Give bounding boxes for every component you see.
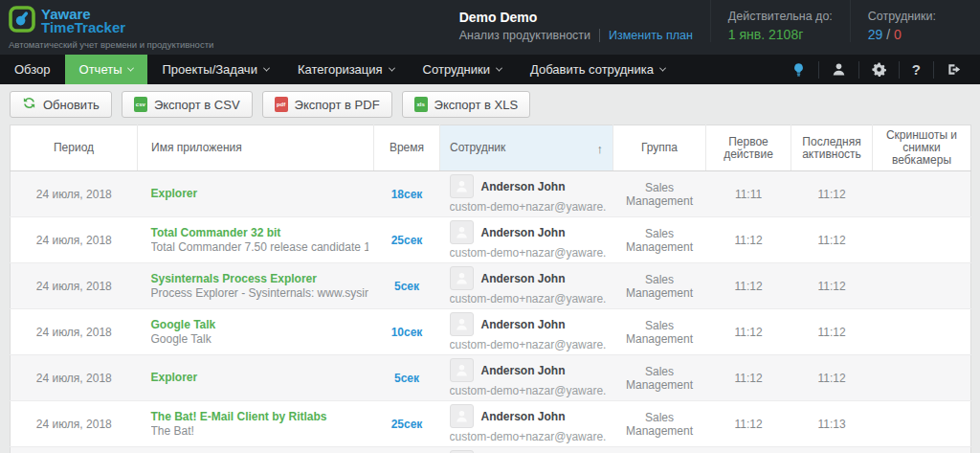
app-detail: Total Commander 7.50 release candidate 1… xyxy=(151,240,368,254)
brand-tagline: Автоматический учет времени и продуктивн… xyxy=(9,39,213,50)
sort-asc-icon: ↑ xyxy=(597,142,604,154)
employee-cell: Anderson John custom-demo+nazar@yaware.c… xyxy=(440,217,613,263)
col-header-employee-label: Сотрудник xyxy=(450,141,505,154)
last-activity-cell: 11:13 xyxy=(791,401,873,447)
nav-item-add-employee[interactable]: Добавить сотрудника xyxy=(516,55,679,84)
header-info: Demo Demo Анализ продуктивности Изменить… xyxy=(442,0,980,42)
employees-count-separator: / xyxy=(882,27,894,42)
nav-label: Сотрудники xyxy=(423,62,490,77)
nav-item-overview[interactable]: Обзор xyxy=(0,55,65,84)
first-action-cell: 11:11 xyxy=(706,171,791,217)
account-block: Demo Demo Анализ продуктивности Изменить… xyxy=(442,0,710,42)
first-action-cell: 11:12 xyxy=(706,263,791,309)
group-cell: Sales Management xyxy=(613,309,706,355)
table-row[interactable]: 24 июля, 2018 Google Talk Google Talk 10… xyxy=(11,309,971,355)
screenshots-cell xyxy=(873,263,971,309)
avatar xyxy=(450,404,474,428)
nav-icon-group: ? xyxy=(779,55,980,84)
export-pdf-label: Экспорт в PDF xyxy=(295,98,380,112)
col-header-first-action[interactable]: Первое действие xyxy=(706,125,791,171)
last-activity-cell: 11:13 xyxy=(791,447,873,453)
csv-file-icon: csv xyxy=(134,97,147,112)
screenshots-cell xyxy=(873,171,971,217)
table-row[interactable]: 24 июля, 2018 Skype Skype™ - nazar-100 6… xyxy=(11,447,971,453)
employee-name: Anderson John xyxy=(481,180,566,193)
table-row[interactable]: 24 июля, 2018 Total Commander 32 bit Tot… xyxy=(11,217,971,263)
col-header-period[interactable]: Период xyxy=(11,125,138,171)
app-name-link[interactable]: The Bat! E-Mail Client by Ritlabs xyxy=(151,410,368,424)
period-cell: 24 июля, 2018 xyxy=(11,263,138,309)
table-row[interactable]: 24 июля, 2018 Explorer 18сек Anderson Jo… xyxy=(11,171,971,217)
export-csv-label: Экспорт в CSV xyxy=(154,98,240,112)
app-name-link[interactable]: Sysinternals Process Explorer xyxy=(151,272,368,286)
table-row[interactable]: 24 июля, 2018 The Bat! E-Mail Client by … xyxy=(11,401,971,447)
table-row[interactable]: 24 июля, 2018 Sysinternals Process Explo… xyxy=(11,263,971,309)
chevron-down-icon xyxy=(389,65,395,72)
group-cell: Sales Management xyxy=(613,217,706,263)
report-table: Период Имя приложения Время Сотрудник ↑ … xyxy=(10,125,971,453)
help-icon[interactable]: ? xyxy=(899,61,933,79)
gear-icon[interactable] xyxy=(858,61,899,79)
export-csv-button[interactable]: csv Экспорт в CSV xyxy=(122,91,253,118)
employee-name: Anderson John xyxy=(481,226,566,239)
app-name-link[interactable]: Total Commander 32 bit xyxy=(151,226,368,240)
app-name-link[interactable]: Explorer xyxy=(151,187,368,201)
time-cell: 25сек xyxy=(374,217,440,263)
time-cell: 25сек xyxy=(374,401,440,447)
last-activity-cell: 11:12 xyxy=(791,171,873,217)
employees-label: Сотрудники: xyxy=(868,10,936,23)
avatar xyxy=(450,174,474,198)
nav-label: Обзор xyxy=(14,62,51,77)
xls-file-icon: xls xyxy=(414,97,428,112)
col-header-last-activity[interactable]: Последняя активность xyxy=(791,125,873,171)
app-name-link[interactable]: Explorer xyxy=(151,371,368,385)
period-cell: 24 июля, 2018 xyxy=(11,309,138,355)
plan-name: Анализ продуктивности xyxy=(459,29,590,42)
validity-label: Действительна до: xyxy=(728,10,833,23)
brand-title: Yaware TimeTracker xyxy=(41,8,125,34)
nav-item-employees[interactable]: Сотрудники xyxy=(409,55,516,84)
nav-item-projects-tasks[interactable]: Проекты/Задачи xyxy=(147,55,282,84)
screenshots-cell xyxy=(873,217,971,263)
nav-item-reports[interactable]: Отчеты xyxy=(65,55,148,84)
col-header-screenshots[interactable]: Скриншоты и снимки вебкамеры xyxy=(873,125,971,171)
app-cell: Explorer xyxy=(138,171,374,217)
last-activity-cell: 11:12 xyxy=(791,263,873,309)
app-name-link[interactable]: Google Talk xyxy=(151,318,368,332)
avatar xyxy=(450,220,474,244)
nav-label: Категоризация xyxy=(298,62,383,77)
employee-email: custom-demo+nazar@yaware.c... xyxy=(450,430,606,443)
question-mark-glyph: ? xyxy=(912,62,921,77)
brand-logo[interactable]: Yaware TimeTracker Автоматический учет в… xyxy=(0,0,213,50)
nav-label: Отчеты xyxy=(79,62,122,77)
validity-block: Действительна до: 1 янв. 2108г xyxy=(710,0,850,42)
lightbulb-icon[interactable] xyxy=(779,61,818,79)
employee-email: custom-demo+nazar@yaware.c... xyxy=(450,200,606,214)
employee-cell: Anderson John custom-demo+nazar@yaware.c… xyxy=(440,171,613,217)
export-pdf-button[interactable]: pdf Экспорт в PDF xyxy=(262,91,392,118)
chevron-down-icon xyxy=(127,65,134,72)
avatar xyxy=(450,266,474,290)
user-icon[interactable] xyxy=(818,61,858,79)
screenshots-cell xyxy=(873,401,971,447)
table-row[interactable]: 24 июля, 2018 Explorer 5сек Anderson Joh… xyxy=(11,355,971,401)
col-header-group[interactable]: Группа xyxy=(613,125,706,171)
time-cell: 10сек xyxy=(374,309,440,355)
employees-block: Сотрудники: 29 / 0 xyxy=(850,0,953,42)
yaware-logo-icon xyxy=(9,6,35,35)
chevron-down-icon xyxy=(659,65,666,72)
col-header-time[interactable]: Время xyxy=(374,125,440,171)
col-header-employee[interactable]: Сотрудник ↑ xyxy=(440,125,613,171)
logout-icon[interactable] xyxy=(933,61,974,79)
time-cell: 5сек xyxy=(374,355,440,401)
employee-cell: Anderson John custom-demo+nazar@yaware.c… xyxy=(440,447,613,453)
last-activity-cell: 11:12 xyxy=(791,355,873,401)
brand-line2: TimeTracker xyxy=(41,21,125,34)
employee-name: Anderson John xyxy=(481,272,566,285)
time-cell: 6сек xyxy=(374,447,440,453)
nav-item-categorization[interactable]: Категоризация xyxy=(283,55,409,84)
refresh-button[interactable]: Обновить xyxy=(10,91,112,118)
change-plan-link[interactable]: Изменить план xyxy=(609,29,693,42)
export-xls-button[interactable]: xls Экспорт в XLS xyxy=(402,91,531,118)
col-header-app-name[interactable]: Имя приложения xyxy=(138,125,374,171)
